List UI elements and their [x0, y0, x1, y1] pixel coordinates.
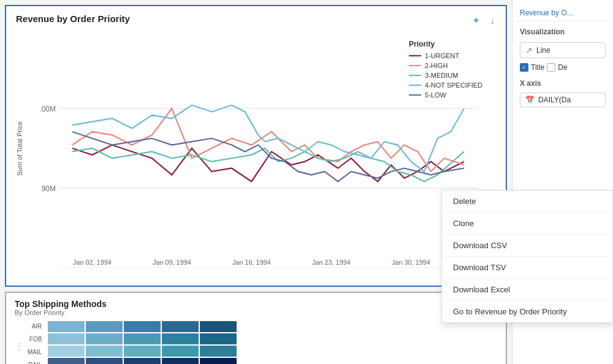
heatmap-cell [86, 333, 123, 344]
heatmap-row-2 [48, 346, 237, 357]
heatmap-cell [48, 358, 85, 364]
legend-label-low: 5-LOW [425, 91, 446, 99]
heatmap-cell [162, 333, 199, 344]
expand-button[interactable]: ✦ [470, 13, 482, 28]
legend-line-urgent [409, 55, 421, 56]
heatmap-cell [200, 346, 237, 357]
heatmap-cell [162, 321, 199, 332]
description-checkbox[interactable] [547, 63, 555, 72]
chart-legend: Priority 1-URGENT 2-HIGH 3-MEDIUM [402, 35, 490, 106]
svg-text:Jan 02, 1994: Jan 02, 1994 [73, 259, 112, 266]
svg-text:100M: 100M [40, 105, 56, 113]
svg-text:Jan 09, 1994: Jan 09, 1994 [153, 259, 191, 266]
legend-line-low [409, 94, 421, 96]
heatmap-label-rail: RAIL [28, 360, 42, 364]
heatmap-cell [48, 333, 85, 344]
heatmap-row-labels: AIR FOB MAIL RAIL [28, 321, 42, 364]
heatmap-cell [124, 333, 161, 344]
right-sidebar: Revenue by O... Visualization ↗ Line ✓ T… [512, 0, 613, 364]
legend-label-urgent: 1-URGENT [425, 52, 459, 59]
chart-area: 100M 90M Jan 02, 1994 Jan 09, 1994 Jan 1… [40, 29, 496, 268]
legend-label-medium: 3-MEDIUM [425, 72, 458, 79]
legend-line-not-specified [409, 85, 421, 86]
svg-text:90M: 90M [42, 184, 56, 193]
heatmap-dots-icon: ⋮ [15, 341, 23, 351]
heatmap-cell [86, 321, 123, 332]
heatmap-label-air: AIR [28, 321, 42, 332]
legend-line-medium [409, 75, 421, 76]
svg-text:Jan 16, 1994: Jan 16, 1994 [232, 259, 271, 266]
y-axis-label: Sum of Total Price [16, 29, 40, 268]
heatmap-cell [86, 358, 123, 364]
heatmap-cell [162, 346, 199, 357]
heatmap-row-3 [48, 358, 237, 364]
context-menu-download-csv[interactable]: Download CSV [442, 235, 612, 257]
title-checkbox-label: Title [531, 63, 544, 72]
heatmap-row-1 [48, 333, 237, 344]
chart-container: Sum of Total Price 100M 90M Jan 02, 1994… [16, 29, 496, 268]
legend-item-4: 4-NOT SPECIFIED [409, 82, 482, 89]
calendar-icon: 📅 [525, 96, 535, 104]
heatmap-cell [162, 358, 199, 364]
heatmap-cell [200, 333, 237, 344]
line-chart-icon: ↗ [525, 45, 533, 55]
heatmap-cell [86, 346, 123, 357]
sidebar-visualization-label: Visualization [512, 21, 613, 40]
heatmap-grid [48, 321, 237, 364]
description-checkbox-label: De [558, 63, 567, 72]
x-axis-section-label: X axis [512, 74, 613, 90]
bottom-panel-title: Top Shipping Methods [15, 299, 497, 309]
heatmap-cell [48, 321, 85, 332]
download-button[interactable]: ↓ [487, 13, 497, 28]
sidebar-tab[interactable]: Revenue by O... [512, 5, 613, 21]
bottom-panel-subtitle: By Order Priority [15, 309, 497, 316]
context-menu-clone[interactable]: Clone [442, 213, 612, 235]
legend-line-high [409, 65, 421, 66]
legend-label-high: 2-HIGH [425, 62, 447, 69]
chart-title: Revenue by Order Priority [16, 13, 496, 24]
legend-item-1: 1-URGENT [409, 52, 482, 59]
heatmap-cell [48, 346, 85, 357]
heatmap-row-0 [48, 321, 237, 332]
heatmap-cell [200, 358, 237, 364]
legend-item-3: 3-MEDIUM [409, 72, 482, 79]
legend-label-not-specified: 4-NOT SPECIFIED [425, 82, 482, 89]
line-label: Line [536, 46, 550, 55]
chart-panel: Revenue by Order Priority ✦ ↓ Sum of Tot… [5, 5, 507, 287]
svg-text:Jan 23, 1994: Jan 23, 1994 [312, 259, 351, 266]
daily-selector[interactable]: 📅 DAILY(Da [520, 93, 606, 107]
heatmap-cell [124, 346, 161, 357]
line-visualization-button[interactable]: ↗ Line [520, 42, 606, 58]
heatmap-label-mail: MAIL [28, 347, 42, 358]
chart-actions: ✦ ↓ [470, 13, 497, 28]
heatmap-cell [124, 358, 161, 364]
context-menu: Delete Clone Download CSV Download TSV D… [441, 190, 613, 323]
context-menu-go-to[interactable]: Go to Revenue by Order Priority [442, 301, 612, 322]
visualization-options: ✓ Title De [512, 61, 613, 74]
svg-text:Jan 30, 1994: Jan 30, 1994 [392, 259, 430, 266]
legend-title: Priority [409, 40, 482, 48]
context-menu-download-tsv[interactable]: Download TSV [442, 257, 612, 279]
bottom-panel: Top Shipping Methods By Order Priority ⋮… [5, 292, 507, 364]
heatmap-label-fob: FOB [28, 334, 42, 345]
legend-item-2: 2-HIGH [409, 62, 482, 69]
context-menu-download-excel[interactable]: Download Excel [442, 279, 612, 301]
legend-item-5: 5-LOW [409, 91, 482, 99]
heatmap-cell [124, 321, 161, 332]
title-checkbox[interactable]: ✓ [520, 63, 528, 72]
daily-label: DAILY(Da [538, 96, 571, 104]
heatmap-container: ⋮ AIR FOB MAIL RAIL [15, 321, 497, 364]
context-menu-delete[interactable]: Delete [442, 191, 612, 213]
heatmap-cell [200, 321, 237, 332]
